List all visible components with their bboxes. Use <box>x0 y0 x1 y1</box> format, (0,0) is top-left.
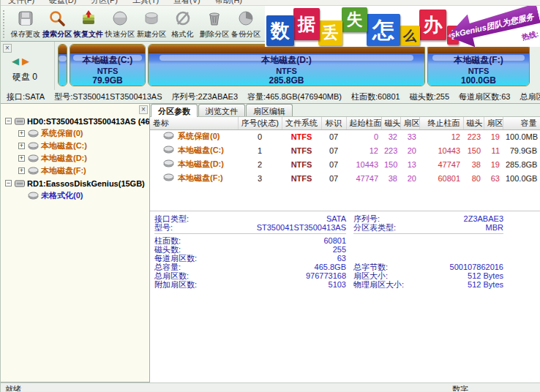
tree-expander[interactable]: − <box>5 180 12 186</box>
table-cell: 20 <box>400 143 419 157</box>
tree-expander[interactable]: + <box>18 143 25 149</box>
details-row: 扇区大小:512 Bytes <box>353 271 503 280</box>
tab-2[interactable]: 浏览文件 <box>198 104 245 116</box>
column-header[interactable]: 容量 <box>503 117 540 129</box>
partition-block[interactable]: 本地磁盘(C:)NTFS79.9GB <box>70 44 146 86</box>
menu-item[interactable]: 查看(V) <box>173 0 200 6</box>
table-cell: NTFS <box>282 157 321 171</box>
menu-item[interactable]: 分区(P) <box>91 0 118 6</box>
disk-details-pane: 接口类型:SATA型号:ST350041ST3500413AS柱面数:60801… <box>150 211 540 289</box>
toolbar-area: 保存更改搜索分区恢复文件快速分区新建分区格式化删除分区备份分区 !办么怎失丢据数… <box>1 6 540 42</box>
table-cell: 33 <box>400 129 419 143</box>
details-blank <box>353 245 503 254</box>
table-row[interactable]: 本地磁盘(D:)2NTFS071044315013477473819285.8G… <box>150 157 540 171</box>
partition-block-top <box>59 45 67 54</box>
table-cell: 07 <box>321 157 346 171</box>
volume-label: 本地磁盘(F:) <box>178 173 223 182</box>
column-header[interactable]: 卷标 <box>150 117 238 129</box>
format-button[interactable]: 格式化 <box>167 7 198 39</box>
recover-files-button[interactable]: 恢复文件 <box>72 7 104 39</box>
tree-item[interactable]: +系统保留(0) <box>1 127 149 140</box>
details-row: 磁头数:255 <box>154 245 346 254</box>
details-value: 255 <box>181 245 346 254</box>
search-partition-button[interactable]: 搜索分区 <box>41 7 72 39</box>
table-cell: 20 <box>400 171 419 185</box>
tree-item[interactable]: +本地磁盘(F:) <box>1 165 149 177</box>
details-value: 5103 <box>197 280 346 289</box>
empty-area <box>150 289 540 382</box>
partition-block[interactable] <box>58 44 67 86</box>
details-value: 60801 <box>181 236 346 245</box>
quick-partition-button[interactable]: 快速分区 <box>104 7 135 39</box>
column-header[interactable]: 扇区 <box>484 117 503 129</box>
column-header[interactable]: 起始柱面 <box>346 117 381 129</box>
details-row: 序列号:2Z3ABAE3 <box>353 214 503 223</box>
tree-expander[interactable]: − <box>5 118 12 124</box>
tree-item-label: 本地磁盘(C:) <box>41 140 87 151</box>
table-cell: NTFS <box>282 129 321 143</box>
column-header[interactable]: 磁头 <box>381 117 400 129</box>
menu-item[interactable]: 文件(F) <box>8 0 34 6</box>
table-cell: 07 <box>321 129 346 143</box>
details-value: 500107862016 <box>388 263 503 271</box>
volume-label-cell: 本地磁盘(C:) <box>150 143 238 157</box>
new-partition-button[interactable]: 新建分区 <box>135 7 167 39</box>
table-cell: 100.0MB <box>503 129 540 143</box>
close-icon[interactable]: × <box>3 44 12 53</box>
delete-partition-button[interactable]: 删除分区 <box>198 7 230 39</box>
banner-tile: 数 <box>266 15 294 46</box>
column-header[interactable]: 文件系统 <box>282 117 321 129</box>
column-header[interactable]: 扇区 <box>400 117 419 129</box>
column-header[interactable]: 标识 <box>321 117 346 129</box>
partition-block[interactable]: 本地磁盘(F:)NTFS100.0GB <box>427 44 530 86</box>
num-lock-indicator: 数字 <box>452 384 468 391</box>
tree-item[interactable]: +本地磁盘(D:) <box>1 152 149 165</box>
tree-item[interactable]: 未格式化(0) <box>1 189 149 202</box>
table-row[interactable]: 本地磁盘(F:)3NTFS07477473820608018063100.0GB <box>150 171 540 185</box>
tree-expander[interactable]: + <box>18 130 25 137</box>
banner-tile: 办 <box>419 10 446 40</box>
table-cell: 60801 <box>419 171 463 185</box>
table-cell: 223 <box>381 143 400 157</box>
banner-hotline: 热线: <box>520 29 539 43</box>
menu-item[interactable]: 工具(T) <box>132 0 159 6</box>
tree-expander[interactable]: + <box>18 167 25 174</box>
tab-1[interactable]: 分区参数 <box>151 104 198 117</box>
column-header[interactable]: 磁头 <box>463 117 484 129</box>
partition-icon <box>28 154 39 162</box>
close-icon[interactable]: × <box>139 105 148 114</box>
partition-size: 79.9GB <box>70 75 145 86</box>
tree-item[interactable]: −RD1:EassosDiskGenius(15GB) <box>1 177 149 189</box>
tab-bar: 分区参数浏览文件扇区编辑 <box>150 104 540 117</box>
partition-fs: NTFS <box>70 67 145 75</box>
table-row[interactable]: 系统保留(0)0NTFS07032331222319100.0MB <box>150 129 540 143</box>
tab-3[interactable]: 扇区编辑 <box>246 104 293 116</box>
promo-banner[interactable]: !办么怎失丢据数 DiskGenius团队为您服务 热线: <box>265 6 540 47</box>
save-changes-button[interactable]: 保存更改 <box>10 7 41 39</box>
backup-partition-button[interactable]: 备份分区 <box>230 7 261 39</box>
table-cell: 80 <box>463 171 484 185</box>
details-label: 附加扇区数: <box>154 280 197 289</box>
backup-partition-label: 备份分区 <box>230 29 260 39</box>
partition-table: 卷标序号(状态)文件系统标识起始柱面磁头扇区终止柱面磁头扇区容量 系统保留(0)… <box>150 117 540 185</box>
table-row[interactable]: 本地磁盘(C:)1NTFS071222320104431501179.9GB <box>150 143 540 157</box>
table-cell: 150 <box>381 157 400 171</box>
menu-item[interactable]: 硬盘(D) <box>49 0 76 6</box>
details-label: 柱面数: <box>154 236 181 245</box>
tree-item[interactable]: −HD0:ST350041ST3500413AS (46 <box>1 115 149 127</box>
details-label: 序列号: <box>353 214 380 223</box>
details-value: 2Z3ABAE3 <box>380 214 503 223</box>
tree-expander[interactable]: + <box>18 155 25 162</box>
partition-name: 本地磁盘(C:) <box>70 54 145 67</box>
table-cell: 38 <box>463 157 484 171</box>
tree-item[interactable]: +本地磁盘(C:) <box>1 140 149 152</box>
new-partition-icon <box>142 9 161 28</box>
partition-block[interactable]: 本地磁盘(D:)NTFS285.8GB <box>148 44 425 86</box>
partition-size: 285.8GB <box>149 75 424 86</box>
prev-disk-arrow[interactable]: ◀ <box>12 56 22 67</box>
menu-item[interactable]: 帮助(H) <box>215 0 242 6</box>
status-bar: 就绪 数字 <box>1 382 540 391</box>
next-disk-arrow[interactable]: ▶ <box>22 56 32 67</box>
column-header[interactable]: 序号(状态) <box>238 117 282 129</box>
column-header[interactable]: 终止柱面 <box>419 117 463 129</box>
